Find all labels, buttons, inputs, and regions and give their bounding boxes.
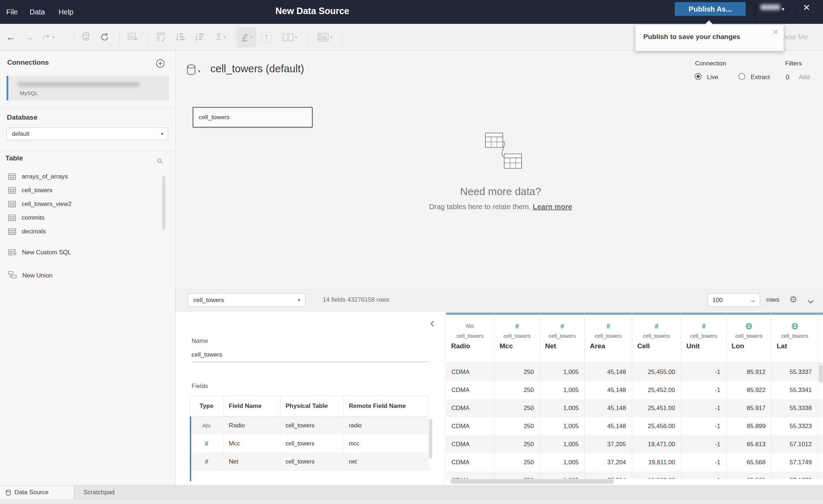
user-menu-caret-icon[interactable]: ▾ bbox=[782, 6, 784, 12]
cancel-query-icon[interactable] bbox=[126, 24, 140, 50]
grid-cell[interactable]: -1 bbox=[681, 363, 726, 381]
collapse-preview-button[interactable] bbox=[807, 299, 814, 305]
grid-cell[interactable]: 1,005 bbox=[540, 453, 585, 471]
fields-scrollbar-thumb[interactable] bbox=[429, 419, 432, 459]
replay-icon[interactable]: ▾ bbox=[40, 24, 56, 50]
search-tables-button[interactable] bbox=[157, 158, 163, 165]
grid-cell[interactable]: 250 bbox=[494, 471, 540, 479]
grid-cell[interactable]: CDMA bbox=[446, 471, 494, 479]
grid-cell[interactable]: 37,204 bbox=[585, 471, 632, 479]
grid-cell[interactable]: 19,811.00 bbox=[632, 453, 681, 471]
grid-cell[interactable]: 55.3341 bbox=[772, 381, 818, 399]
sidebar-item-arrays_of_arrays[interactable]: arrays_of_arrays bbox=[0, 170, 159, 184]
grid-cell[interactable]: 1,005 bbox=[540, 435, 585, 453]
grid-cell[interactable]: -1 bbox=[681, 453, 726, 471]
grid-cell[interactable]: 57.1012 bbox=[772, 435, 818, 453]
grid-cell[interactable]: 1,005 bbox=[540, 399, 585, 417]
menu-file[interactable]: File bbox=[6, 0, 18, 24]
apply-row-count-icon[interactable]: → bbox=[749, 296, 756, 304]
pause-auto-updates-icon[interactable] bbox=[80, 24, 93, 50]
grid-cell[interactable]: CDMA bbox=[446, 417, 494, 435]
grid-cell[interactable]: 25,451.00 bbox=[632, 399, 681, 417]
grid-cell[interactable]: 250 bbox=[494, 363, 540, 381]
grid-cell[interactable]: 1,005 bbox=[540, 471, 585, 479]
tooltip-close-icon[interactable]: × bbox=[773, 26, 779, 38]
extract-label[interactable]: Extract bbox=[751, 74, 770, 81]
tab-scratchpad[interactable]: Scratchpad bbox=[74, 486, 177, 499]
grid-vertical-scrollbar-thumb[interactable] bbox=[819, 365, 823, 383]
datasource-cylinder-icon[interactable] bbox=[187, 64, 196, 77]
datasource-title[interactable]: cell_towers (default) bbox=[210, 63, 304, 75]
grid-column-header-lon[interactable]: cell_towersLon bbox=[726, 313, 772, 363]
grid-cell[interactable]: -1 bbox=[681, 435, 726, 453]
grid-cell[interactable]: 25,455.00 bbox=[632, 363, 681, 381]
grid-cell[interactable]: 250 bbox=[494, 417, 540, 435]
grid-cell[interactable]: 65.613 bbox=[726, 435, 772, 453]
undo-icon[interactable]: ← bbox=[5, 24, 16, 50]
grid-cell[interactable]: 85.922 bbox=[726, 381, 772, 399]
database-select[interactable]: default ▾ bbox=[7, 128, 168, 140]
grid-column-header-cell[interactable]: #cell_towersCell bbox=[632, 313, 681, 363]
grid-cell[interactable]: 45,148 bbox=[585, 363, 632, 381]
preview-table-select[interactable]: cell_towers ▾ bbox=[188, 293, 305, 307]
grid-column-header-net[interactable]: #cell_towersNet bbox=[540, 313, 585, 363]
grid-cell[interactable]: 250 bbox=[494, 435, 540, 453]
grid-column-header-lat[interactable]: cell_towersLat bbox=[772, 313, 818, 363]
grid-horizontal-scrollbar-thumb[interactable] bbox=[450, 479, 614, 484]
sidebar-item-cell_towers[interactable]: cell_towers bbox=[0, 184, 159, 197]
menu-help[interactable]: Help bbox=[59, 0, 73, 24]
caret-down-icon[interactable]: ▾ bbox=[330, 35, 333, 40]
show-hide-cards[interactable]: ▾ bbox=[314, 24, 336, 50]
grid-cell[interactable]: 57.1749 bbox=[772, 453, 818, 471]
grid-cell[interactable]: 19,471.00 bbox=[632, 435, 681, 453]
field-row-radio[interactable]: AbcRadiocell_towersradio bbox=[190, 417, 428, 435]
sidebar-scrollbar-thumb[interactable] bbox=[162, 176, 166, 230]
totals-icon[interactable]: Σ ▾ bbox=[211, 24, 230, 50]
sidebar-item-cell_towers_view2[interactable]: cell_towers_view2 bbox=[0, 197, 159, 211]
grid-cell[interactable]: -1 bbox=[681, 381, 726, 399]
caret-down-icon[interactable]: ▾ bbox=[198, 69, 200, 74]
grid-cell[interactable]: 55.3337 bbox=[772, 363, 818, 381]
grid-cell[interactable]: 85.899 bbox=[726, 417, 772, 435]
publish-as-button[interactable]: Publish As... bbox=[675, 2, 746, 16]
grid-cell[interactable]: 45,148 bbox=[585, 381, 632, 399]
grid-cell[interactable]: CDMA bbox=[446, 435, 494, 453]
connection-item[interactable]: MySQL bbox=[7, 76, 169, 100]
grid-cell[interactable]: 25,456.00 bbox=[632, 417, 681, 435]
grid-cell[interactable]: 1,005 bbox=[540, 381, 585, 399]
grid-cell[interactable]: 45,148 bbox=[585, 399, 632, 417]
new-union-button[interactable]: New Union bbox=[0, 268, 159, 283]
grid-column-header-radio[interactable]: Abccell_towersRadio bbox=[446, 313, 494, 363]
caret-down-icon[interactable]: ▾ bbox=[250, 35, 253, 40]
grid-cell[interactable]: 85.917 bbox=[726, 399, 772, 417]
highlight-tool[interactable]: ▾ bbox=[237, 27, 256, 47]
live-label[interactable]: Live bbox=[707, 74, 718, 81]
table-name-input[interactable]: cell_towers bbox=[192, 351, 222, 358]
swap-rows-columns-icon[interactable] bbox=[155, 24, 169, 50]
grid-cell[interactable]: -1 bbox=[681, 471, 726, 479]
grid-cell[interactable]: 37,204 bbox=[585, 453, 632, 471]
gear-icon[interactable]: ⚙ bbox=[789, 294, 797, 305]
grid-cell[interactable]: 55.3338 bbox=[772, 399, 818, 417]
grid-cell[interactable]: 250 bbox=[494, 381, 540, 399]
live-radio[interactable] bbox=[695, 73, 702, 80]
field-row-net[interactable]: #Netcell_towersnet bbox=[190, 453, 428, 471]
caret-down-icon[interactable]: ▾ bbox=[52, 35, 55, 40]
grid-cell[interactable]: 250 bbox=[494, 399, 540, 417]
grid-cell[interactable]: CDMA bbox=[446, 399, 494, 417]
grid-cell[interactable]: CDMA bbox=[446, 453, 494, 471]
caret-down-icon[interactable]: ▾ bbox=[223, 35, 226, 40]
sort-descending-icon[interactable] bbox=[192, 24, 207, 50]
grid-cell[interactable]: 1,005 bbox=[540, 417, 585, 435]
grid-cell[interactable]: 65.568 bbox=[726, 453, 772, 471]
grid-cell[interactable]: 1,005 bbox=[540, 363, 585, 381]
window-close-icon[interactable]: × bbox=[803, 1, 810, 14]
grid-cell[interactable]: 25,452.00 bbox=[632, 381, 681, 399]
redo-icon[interactable]: → bbox=[24, 24, 35, 50]
grid-cell[interactable]: 37,205 bbox=[585, 435, 632, 453]
grid-cell[interactable]: 55.3323 bbox=[772, 417, 818, 435]
grid-cell[interactable]: -1 bbox=[681, 417, 726, 435]
collapse-panel-button[interactable] bbox=[430, 320, 435, 329]
user-menu-redacted[interactable] bbox=[760, 4, 780, 10]
caret-down-icon[interactable]: ▾ bbox=[295, 35, 297, 40]
